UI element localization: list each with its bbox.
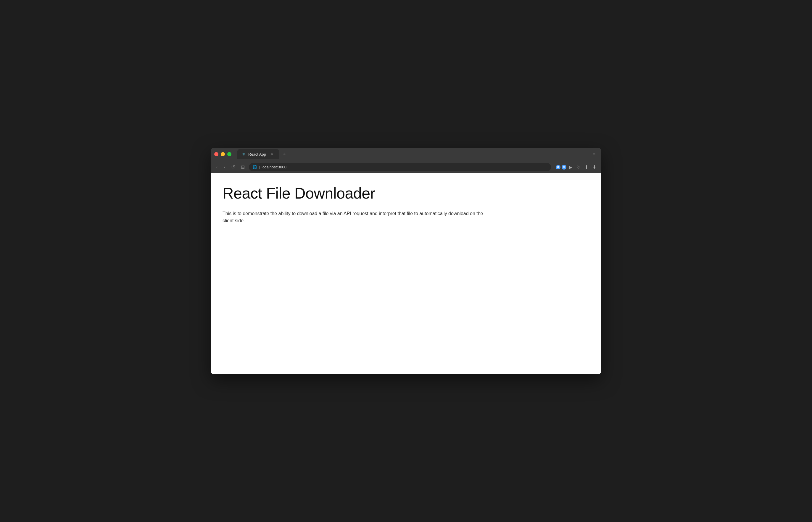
download-icon: ⬇ [592,164,596,170]
minimize-button[interactable] [221,152,225,156]
address-bar-container: 🌐 | [249,163,551,171]
close-button[interactable] [214,152,218,156]
extensions-x-icon: ✕ [562,165,566,169]
forward-icon: › [223,164,225,170]
back-button[interactable]: ‹ [214,163,219,171]
tab-close-button[interactable]: ✕ [269,152,274,157]
grid-button[interactable]: ⊞ [239,163,246,171]
share-button[interactable]: ⬆ [583,163,590,171]
reload-icon: ↺ [231,164,235,170]
favorite-button[interactable]: ♡ [575,164,582,171]
react-icon: ⚛ [242,152,246,157]
address-separator: | [259,165,260,169]
tab-area: ⚛ React App ✕ + [237,149,588,159]
globe-icon: 🌐 [252,165,257,169]
traffic-lights [214,152,231,156]
extensions-area: 0 ✕ [556,165,566,169]
address-input[interactable] [262,165,547,169]
page-description: This is to demonstrate the ability to do… [223,210,489,224]
play-icon: ▶ [569,165,572,169]
new-tab-button[interactable]: + [280,150,288,159]
title-bar: ⚛ React App ✕ + ≡ [211,148,601,161]
grid-icon: ⊞ [241,164,245,170]
maximize-button[interactable] [227,152,231,156]
menu-icon[interactable]: ≡ [590,150,598,158]
reload-button[interactable]: ↺ [229,163,237,171]
back-icon: ‹ [216,164,218,170]
nav-bar: ‹ › ↺ ⊞ 🌐 | 0 ✕ ▶ ♡ ⬆ [211,161,601,173]
page-title: React File Downloader [223,185,589,202]
extensions-count: 0 [556,165,561,169]
tab-title: React App [248,152,266,157]
nav-right-icons: 0 ✕ ▶ ♡ ⬆ ⬇ [556,163,598,171]
page-content: React File Downloader This is to demonst… [211,173,601,374]
play-button[interactable]: ▶ [568,164,574,171]
heart-icon: ♡ [576,165,580,169]
active-tab[interactable]: ⚛ React App ✕ [237,149,279,159]
forward-button[interactable]: › [222,163,227,171]
title-bar-right: ≡ [590,150,598,158]
browser-window: ⚛ React App ✕ + ≡ ‹ › ↺ ⊞ 🌐 | [211,148,601,374]
download-button[interactable]: ⬇ [591,163,598,171]
share-icon: ⬆ [585,164,588,170]
